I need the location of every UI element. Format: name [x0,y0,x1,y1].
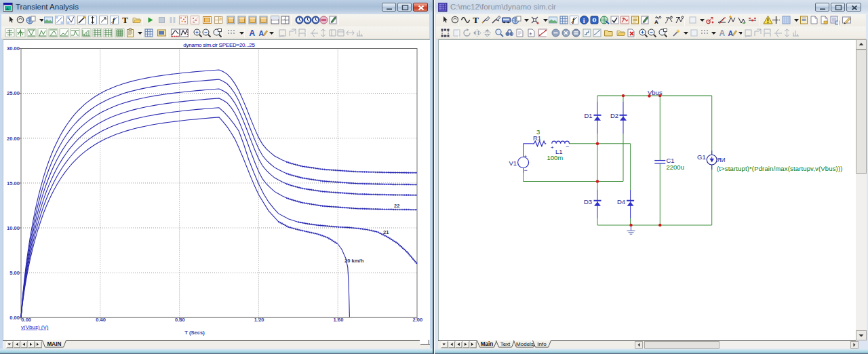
svg-text:−: − [566,143,569,150]
svg-text:−: − [524,167,528,174]
svg-text:D2: D2 [610,112,618,119]
svg-text:D1: D1 [585,112,593,119]
svg-text:V1: V1 [509,159,517,167]
svg-text:G1: G1 [697,153,706,161]
svg-text:3: 3 [536,128,540,136]
svg-text:Main: Main [481,341,494,347]
svg-text:100m: 100m [547,154,564,161]
svg-text:Info: Info [537,341,547,347]
svg-text:Models: Models [516,341,534,347]
svg-text:D3: D3 [584,198,592,205]
svg-text:ЯИ: ЯИ [717,157,726,163]
svg-text:+: + [551,144,554,151]
svg-text:+: + [524,153,528,159]
svg-text:D4: D4 [617,198,625,205]
svg-text:2200u: 2200u [667,163,684,171]
svg-text:(t>startupt)*(Pdrain/max(start: (t>startupt)*(Pdrain/max(startupv,v(Vbus… [717,165,843,172]
svg-text:Text: Text [500,341,511,347]
